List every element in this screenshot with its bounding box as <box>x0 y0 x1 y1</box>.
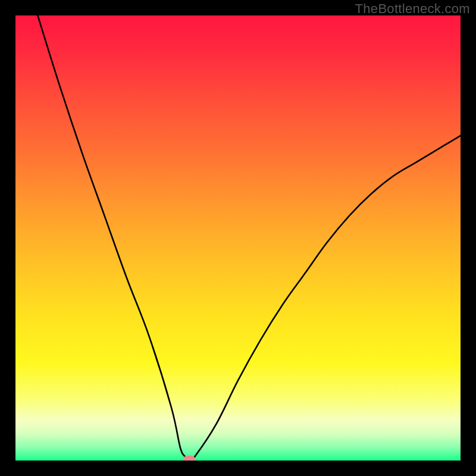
minimum-marker <box>183 456 195 461</box>
bottleneck-curve <box>15 15 461 461</box>
plot-area <box>15 15 461 461</box>
watermark-text: TheBottleneck.com <box>355 1 470 17</box>
chart-frame: TheBottleneck.com <box>0 0 476 476</box>
